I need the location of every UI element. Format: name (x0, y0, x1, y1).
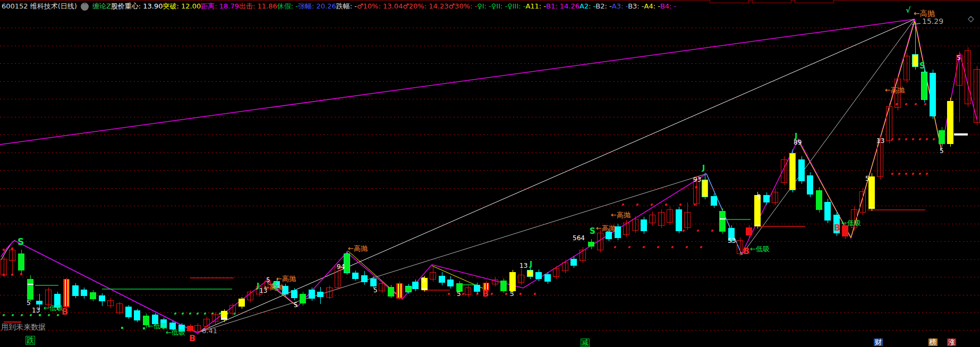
stock-app-window: 600152 维科技术(日线) ˇ 缠论Z股价重心: 13.90突破: 12.0… (0, 0, 980, 347)
candlestick-chart[interactable] (0, 0, 980, 347)
